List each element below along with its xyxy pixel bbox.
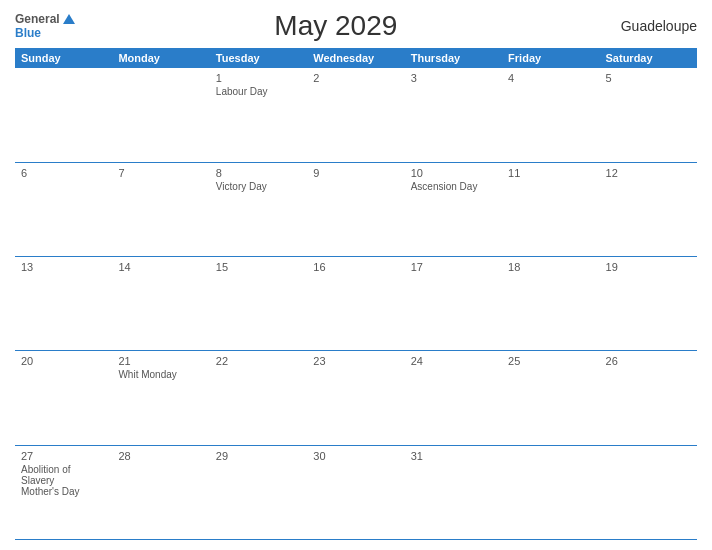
day-number: 23 [313, 355, 398, 367]
calendar-title: May 2029 [75, 10, 597, 42]
day-number: 21 [118, 355, 203, 367]
day-number: 29 [216, 450, 301, 462]
day-cell: 21Whit Monday [112, 351, 209, 445]
day-cell: 25 [502, 351, 599, 445]
day-cell: 26 [600, 351, 697, 445]
day-cell: 27Abolition of SlaveryMother's Day [15, 445, 112, 539]
calendar-page: General Blue May 2029 Guadeloupe Sunday … [0, 0, 712, 550]
day-number: 20 [21, 355, 106, 367]
day-cell: 19 [600, 257, 697, 351]
day-number: 8 [216, 167, 301, 179]
day-number: 4 [508, 72, 593, 84]
week-row-0: 1Labour Day2345 [15, 68, 697, 162]
col-monday: Monday [112, 48, 209, 68]
week-row-1: 678Victory Day910Ascension Day1112 [15, 162, 697, 256]
day-cell: 4 [502, 68, 599, 162]
day-cell: 12 [600, 162, 697, 256]
day-cell: 11 [502, 162, 599, 256]
day-cell: 23 [307, 351, 404, 445]
day-number: 15 [216, 261, 301, 273]
day-number: 9 [313, 167, 398, 179]
day-cell: 24 [405, 351, 502, 445]
day-cell: 9 [307, 162, 404, 256]
day-cell: 5 [600, 68, 697, 162]
week-row-3: 2021Whit Monday2223242526 [15, 351, 697, 445]
day-cell: 15 [210, 257, 307, 351]
holiday-name: Labour Day [216, 86, 301, 97]
day-cell: 22 [210, 351, 307, 445]
col-sunday: Sunday [15, 48, 112, 68]
day-number: 25 [508, 355, 593, 367]
day-number: 10 [411, 167, 496, 179]
day-cell: 18 [502, 257, 599, 351]
col-tuesday: Tuesday [210, 48, 307, 68]
day-number: 18 [508, 261, 593, 273]
day-cell: 14 [112, 257, 209, 351]
day-number: 11 [508, 167, 593, 179]
col-friday: Friday [502, 48, 599, 68]
logo-general-text: General [15, 12, 60, 26]
logo-blue-text: Blue [15, 26, 75, 40]
day-number: 12 [606, 167, 691, 179]
day-cell: 16 [307, 257, 404, 351]
day-number: 30 [313, 450, 398, 462]
day-number: 22 [216, 355, 301, 367]
day-cell: 7 [112, 162, 209, 256]
day-number: 13 [21, 261, 106, 273]
holiday-name: Whit Monday [118, 369, 203, 380]
day-number: 6 [21, 167, 106, 179]
col-thursday: Thursday [405, 48, 502, 68]
day-number: 24 [411, 355, 496, 367]
calendar-header: General Blue May 2029 Guadeloupe [15, 10, 697, 42]
logo-triangle-icon [63, 14, 75, 24]
day-number: 5 [606, 72, 691, 84]
logo: General Blue [15, 12, 75, 41]
day-number: 26 [606, 355, 691, 367]
day-cell [502, 445, 599, 539]
day-number: 17 [411, 261, 496, 273]
holiday-name: Mother's Day [21, 486, 106, 497]
day-cell: 31 [405, 445, 502, 539]
day-number: 7 [118, 167, 203, 179]
day-cell: 30 [307, 445, 404, 539]
holiday-name: Abolition of Slavery [21, 464, 106, 486]
day-number: 3 [411, 72, 496, 84]
day-cell: 2 [307, 68, 404, 162]
day-cell: 6 [15, 162, 112, 256]
day-cell: 29 [210, 445, 307, 539]
holiday-name: Victory Day [216, 181, 301, 192]
day-cell: 8Victory Day [210, 162, 307, 256]
day-cell [112, 68, 209, 162]
day-number: 1 [216, 72, 301, 84]
day-number: 16 [313, 261, 398, 273]
day-number: 2 [313, 72, 398, 84]
day-cell: 3 [405, 68, 502, 162]
holiday-name: Ascension Day [411, 181, 496, 192]
week-row-4: 27Abolition of SlaveryMother's Day282930… [15, 445, 697, 539]
day-number: 27 [21, 450, 106, 462]
day-cell: 17 [405, 257, 502, 351]
day-number: 14 [118, 261, 203, 273]
col-saturday: Saturday [600, 48, 697, 68]
country-name: Guadeloupe [597, 18, 697, 34]
day-number: 19 [606, 261, 691, 273]
calendar-table: Sunday Monday Tuesday Wednesday Thursday… [15, 48, 697, 540]
col-wednesday: Wednesday [307, 48, 404, 68]
day-number: 28 [118, 450, 203, 462]
day-cell: 13 [15, 257, 112, 351]
day-cell [600, 445, 697, 539]
days-header-row: Sunday Monday Tuesday Wednesday Thursday… [15, 48, 697, 68]
week-row-2: 13141516171819 [15, 257, 697, 351]
day-number: 31 [411, 450, 496, 462]
day-cell: 10Ascension Day [405, 162, 502, 256]
day-cell: 28 [112, 445, 209, 539]
day-cell: 20 [15, 351, 112, 445]
day-cell: 1Labour Day [210, 68, 307, 162]
day-cell [15, 68, 112, 162]
